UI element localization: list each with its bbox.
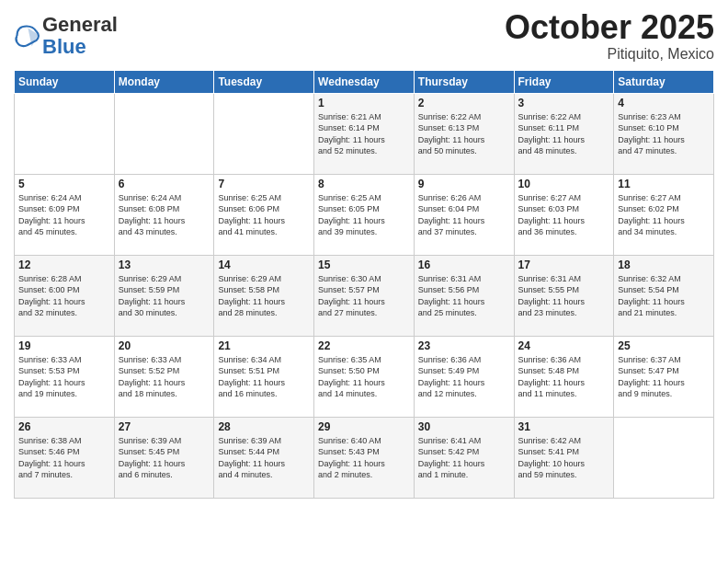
calendar-cell: 25Sunrise: 6:37 AM Sunset: 5:47 PM Dayli…	[614, 336, 714, 417]
calendar-cell: 9Sunrise: 6:26 AM Sunset: 6:04 PM Daylig…	[414, 174, 514, 255]
calendar-cell: 18Sunrise: 6:32 AM Sunset: 5:54 PM Dayli…	[614, 255, 714, 336]
calendar-cell: 29Sunrise: 6:40 AM Sunset: 5:43 PM Dayli…	[314, 417, 415, 498]
calendar-cell: 17Sunrise: 6:31 AM Sunset: 5:55 PM Dayli…	[514, 255, 614, 336]
logo-icon	[14, 23, 40, 49]
weekday-header-thursday: Thursday	[414, 70, 514, 93]
calendar-cell: 14Sunrise: 6:29 AM Sunset: 5:58 PM Dayli…	[214, 255, 314, 336]
day-number: 4	[618, 97, 710, 109]
day-info: Sunrise: 6:39 AM Sunset: 5:45 PM Dayligh…	[119, 435, 210, 481]
calendar-cell: 12Sunrise: 6:28 AM Sunset: 6:00 PM Dayli…	[15, 255, 115, 336]
calendar-cell: 15Sunrise: 6:30 AM Sunset: 5:57 PM Dayli…	[314, 255, 415, 336]
calendar-cell: 3Sunrise: 6:22 AM Sunset: 6:11 PM Daylig…	[514, 93, 614, 174]
day-info: Sunrise: 6:24 AM Sunset: 6:09 PM Dayligh…	[18, 192, 110, 238]
day-info: Sunrise: 6:41 AM Sunset: 5:42 PM Dayligh…	[418, 435, 510, 481]
day-number: 22	[318, 339, 410, 352]
calendar-cell: 26Sunrise: 6:38 AM Sunset: 5:46 PM Dayli…	[15, 417, 115, 498]
day-number: 12	[18, 259, 110, 271]
weekday-header-tuesday: Tuesday	[214, 70, 314, 93]
calendar-cell: 7Sunrise: 6:25 AM Sunset: 6:06 PM Daylig…	[214, 174, 314, 255]
calendar-cell: 31Sunrise: 6:42 AM Sunset: 5:41 PM Dayli…	[514, 417, 614, 498]
weekday-header-sunday: Sunday	[15, 70, 115, 93]
weekday-header-monday: Monday	[114, 70, 214, 93]
day-info: Sunrise: 6:28 AM Sunset: 6:00 PM Dayligh…	[18, 273, 110, 319]
day-number: 11	[618, 178, 710, 190]
calendar-table: SundayMondayTuesdayWednesdayThursdayFrid…	[14, 70, 714, 499]
day-info: Sunrise: 6:25 AM Sunset: 6:06 PM Dayligh…	[218, 192, 310, 238]
calendar-cell: 30Sunrise: 6:41 AM Sunset: 5:42 PM Dayli…	[414, 417, 514, 498]
day-info: Sunrise: 6:36 AM Sunset: 5:48 PM Dayligh…	[518, 354, 610, 400]
day-number: 30	[418, 420, 510, 433]
calendar-cell: 27Sunrise: 6:39 AM Sunset: 5:45 PM Dayli…	[114, 417, 214, 498]
day-info: Sunrise: 6:40 AM Sunset: 5:43 PM Dayligh…	[318, 435, 410, 481]
calendar-cell	[214, 93, 314, 174]
day-info: Sunrise: 6:38 AM Sunset: 5:46 PM Dayligh…	[18, 435, 110, 481]
calendar-cell: 21Sunrise: 6:34 AM Sunset: 5:51 PM Dayli…	[214, 336, 314, 417]
day-number: 8	[318, 178, 410, 190]
calendar-cell: 10Sunrise: 6:27 AM Sunset: 6:03 PM Dayli…	[514, 174, 614, 255]
day-number: 31	[518, 420, 610, 433]
day-info: Sunrise: 6:33 AM Sunset: 5:53 PM Dayligh…	[18, 354, 110, 400]
day-number: 9	[418, 178, 510, 190]
day-number: 19	[18, 339, 110, 352]
day-number: 29	[318, 420, 410, 433]
day-info: Sunrise: 6:34 AM Sunset: 5:51 PM Dayligh…	[218, 354, 310, 400]
calendar-cell: 4Sunrise: 6:23 AM Sunset: 6:10 PM Daylig…	[614, 93, 714, 174]
day-info: Sunrise: 6:21 AM Sunset: 6:14 PM Dayligh…	[318, 111, 410, 157]
calendar-cell: 1Sunrise: 6:21 AM Sunset: 6:14 PM Daylig…	[314, 93, 415, 174]
day-info: Sunrise: 6:42 AM Sunset: 5:41 PM Dayligh…	[518, 435, 610, 481]
page-header: General Blue October 2025 Pitiquito, Mex…	[14, 9, 714, 63]
location: Pitiquito, Mexico	[505, 46, 714, 63]
weekday-header-friday: Friday	[514, 70, 614, 93]
title-block: October 2025 Pitiquito, Mexico	[505, 9, 714, 63]
day-number: 26	[18, 420, 110, 433]
day-number: 18	[618, 259, 710, 271]
day-number: 5	[18, 178, 110, 190]
day-number: 27	[119, 420, 210, 433]
day-number: 14	[218, 259, 310, 271]
day-info: Sunrise: 6:37 AM Sunset: 5:47 PM Dayligh…	[618, 354, 710, 400]
day-number: 21	[218, 339, 310, 352]
calendar-cell: 20Sunrise: 6:33 AM Sunset: 5:52 PM Dayli…	[114, 336, 214, 417]
day-number: 28	[218, 420, 310, 433]
day-number: 23	[418, 339, 510, 352]
day-number: 15	[318, 259, 410, 271]
day-number: 17	[518, 259, 610, 271]
day-info: Sunrise: 6:27 AM Sunset: 6:02 PM Dayligh…	[618, 192, 710, 238]
weekday-header-saturday: Saturday	[614, 70, 714, 93]
day-info: Sunrise: 6:23 AM Sunset: 6:10 PM Dayligh…	[618, 111, 710, 157]
calendar-cell: 16Sunrise: 6:31 AM Sunset: 5:56 PM Dayli…	[414, 255, 514, 336]
day-number: 1	[318, 97, 410, 109]
day-info: Sunrise: 6:22 AM Sunset: 6:13 PM Dayligh…	[418, 111, 510, 157]
calendar-cell	[15, 93, 115, 174]
logo-blue-text: Blue	[42, 35, 86, 58]
day-info: Sunrise: 6:29 AM Sunset: 5:58 PM Dayligh…	[218, 273, 310, 319]
day-number: 20	[119, 339, 210, 352]
day-number: 13	[119, 259, 210, 271]
day-info: Sunrise: 6:31 AM Sunset: 5:55 PM Dayligh…	[518, 273, 610, 319]
month-title: October 2025	[505, 9, 714, 46]
calendar-cell: 24Sunrise: 6:36 AM Sunset: 5:48 PM Dayli…	[514, 336, 614, 417]
day-info: Sunrise: 6:36 AM Sunset: 5:49 PM Dayligh…	[418, 354, 510, 400]
day-number: 2	[418, 97, 510, 109]
day-info: Sunrise: 6:25 AM Sunset: 6:05 PM Dayligh…	[318, 192, 410, 238]
calendar-cell: 8Sunrise: 6:25 AM Sunset: 6:05 PM Daylig…	[314, 174, 415, 255]
day-info: Sunrise: 6:30 AM Sunset: 5:57 PM Dayligh…	[318, 273, 410, 319]
logo: General Blue	[14, 14, 118, 58]
calendar-cell: 13Sunrise: 6:29 AM Sunset: 5:59 PM Dayli…	[114, 255, 214, 336]
calendar-cell: 22Sunrise: 6:35 AM Sunset: 5:50 PM Dayli…	[314, 336, 415, 417]
day-number: 16	[418, 259, 510, 271]
day-info: Sunrise: 6:26 AM Sunset: 6:04 PM Dayligh…	[418, 192, 510, 238]
day-number: 10	[518, 178, 610, 190]
calendar-cell: 23Sunrise: 6:36 AM Sunset: 5:49 PM Dayli…	[414, 336, 514, 417]
day-info: Sunrise: 6:24 AM Sunset: 6:08 PM Dayligh…	[119, 192, 210, 238]
calendar-cell: 11Sunrise: 6:27 AM Sunset: 6:02 PM Dayli…	[614, 174, 714, 255]
calendar-cell: 6Sunrise: 6:24 AM Sunset: 6:08 PM Daylig…	[114, 174, 214, 255]
day-info: Sunrise: 6:29 AM Sunset: 5:59 PM Dayligh…	[119, 273, 210, 319]
day-info: Sunrise: 6:33 AM Sunset: 5:52 PM Dayligh…	[119, 354, 210, 400]
calendar-header: SundayMondayTuesdayWednesdayThursdayFrid…	[15, 70, 714, 93]
calendar-cell: 19Sunrise: 6:33 AM Sunset: 5:53 PM Dayli…	[15, 336, 115, 417]
day-info: Sunrise: 6:31 AM Sunset: 5:56 PM Dayligh…	[418, 273, 510, 319]
day-info: Sunrise: 6:32 AM Sunset: 5:54 PM Dayligh…	[618, 273, 710, 319]
day-number: 24	[518, 339, 610, 352]
day-info: Sunrise: 6:22 AM Sunset: 6:11 PM Dayligh…	[518, 111, 610, 157]
